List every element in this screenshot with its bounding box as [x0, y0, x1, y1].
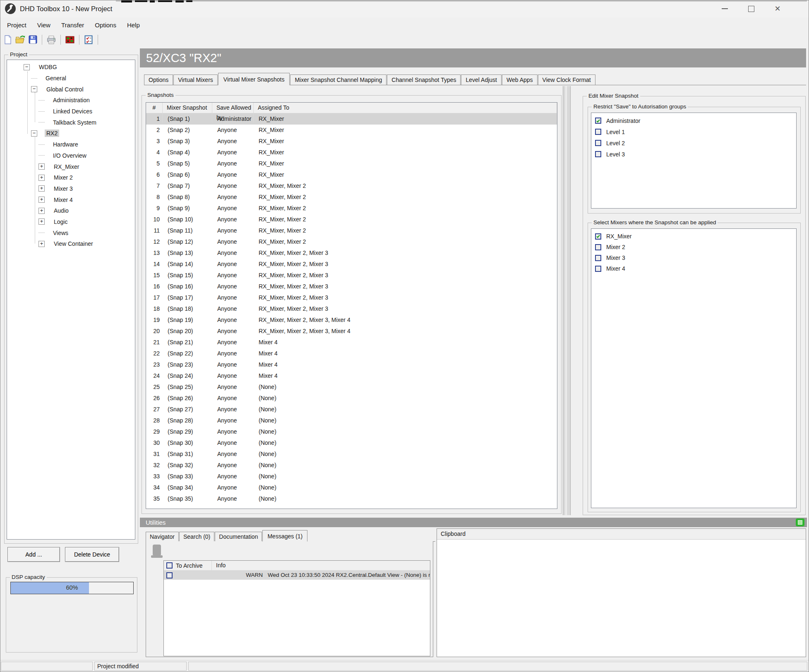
- cell-assigned-to[interactable]: RX_Mixer: [254, 136, 557, 147]
- tree-item-label[interactable]: Administration: [51, 96, 91, 104]
- cell-save-allowed-by[interactable]: Anyone: [212, 180, 254, 192]
- cell-mixer-snapshot[interactable]: (Snap 34): [163, 482, 212, 493]
- cell-assigned-to[interactable]: RX_Mixer, Mixer 2, Mixer 3: [254, 303, 557, 314]
- cell-number[interactable]: 13: [146, 247, 163, 259]
- option-level-3[interactable]: Level 3: [591, 149, 796, 160]
- snapshot-row-15[interactable]: 15(Snap 15)AnyoneRX_Mixer, Mixer 2, Mixe…: [146, 270, 557, 281]
- snapshot-row-33[interactable]: 33(Snap 33)Anyone(None): [146, 471, 557, 482]
- cell-number[interactable]: 31: [146, 449, 163, 460]
- cell-save-allowed-by[interactable]: Anyone: [212, 326, 254, 337]
- expand-icon[interactable]: +: [38, 175, 45, 181]
- unchecked-checkbox-icon[interactable]: [166, 572, 173, 578]
- cell-number[interactable]: 29: [146, 426, 163, 437]
- cell-mixer-snapshot[interactable]: (Snap 11): [163, 225, 212, 236]
- cell-save-allowed-by[interactable]: Anyone: [212, 203, 254, 214]
- collapse-icon[interactable]: −: [31, 86, 37, 92]
- cell-save-allowed-by[interactable]: Anyone: [212, 259, 254, 270]
- menu-help[interactable]: Help: [122, 17, 145, 33]
- unchecked-checkbox-icon[interactable]: [595, 244, 601, 250]
- tree-item-administration[interactable]: Administration: [7, 95, 135, 106]
- cell-save-allowed-by[interactable]: Anyone: [212, 225, 254, 236]
- snapshot-row-17[interactable]: 17(Snap 17)AnyoneRX_Mixer, Mixer 2, Mixe…: [146, 292, 557, 303]
- snapshot-row-23[interactable]: 23(Snap 23)AnyoneMixer 4: [146, 359, 557, 370]
- snapshot-row-28[interactable]: 28(Snap 28)Anyone(None): [146, 415, 557, 426]
- cell-assigned-to[interactable]: RX_Mixer, Mixer 2, Mixer 3, Mixer 4: [254, 326, 557, 337]
- cell-number[interactable]: 12: [146, 236, 163, 247]
- cell-save-allowed-by[interactable]: Anyone: [212, 426, 254, 437]
- snapshot-row-24[interactable]: 24(Snap 24)AnyoneMixer 4: [146, 370, 557, 382]
- cell-mixer-snapshot[interactable]: (Snap 15): [163, 270, 212, 281]
- tree-item-linked-devices[interactable]: Linked Devices: [7, 106, 135, 117]
- panel-splitter[interactable]: [563, 86, 571, 515]
- cell-assigned-to[interactable]: RX_Mixer, Mixer 2: [254, 225, 557, 236]
- menu-view[interactable]: View: [32, 17, 56, 33]
- snapshot-row-29[interactable]: 29(Snap 29)Anyone(None): [146, 426, 557, 437]
- cell-save-allowed-by[interactable]: Anyone: [212, 303, 254, 314]
- cell-number[interactable]: 17: [146, 292, 163, 303]
- add-device-button[interactable]: Add ...: [7, 547, 60, 562]
- cell-save-allowed-by[interactable]: Anyone: [212, 382, 254, 393]
- cell-number[interactable]: 22: [146, 348, 163, 359]
- cell-assigned-to[interactable]: RX_Mixer, Mixer 2, Mixer 3: [254, 281, 557, 292]
- snapshot-row-12[interactable]: 12(Snap 12)AnyoneRX_Mixer, Mixer 2: [146, 236, 557, 247]
- tree-item-wdbg[interactable]: −WDBG: [7, 62, 135, 73]
- utilities-tab-messages-1[interactable]: Messages (1): [262, 530, 307, 542]
- cell-save-allowed-by[interactable]: Anyone: [212, 314, 254, 326]
- collapse-icon[interactable]: −: [31, 130, 37, 137]
- cell-mixer-snapshot[interactable]: (Snap 5): [163, 158, 212, 169]
- cell-mixer-snapshot[interactable]: (Snap 32): [163, 460, 212, 471]
- tab-virtual-mixer-snapshots[interactable]: Virtual Mixer Snapshots: [218, 73, 290, 85]
- tree-item-mixer-4[interactable]: +Mixer 4: [7, 194, 135, 205]
- cell-number[interactable]: 18: [146, 303, 163, 314]
- cell-assigned-to[interactable]: (None): [254, 437, 557, 449]
- option-rx-mixer[interactable]: RX_Mixer: [591, 231, 796, 242]
- checked-checkbox-icon[interactable]: [595, 233, 601, 240]
- cell-mixer-snapshot[interactable]: (Snap 13): [163, 247, 212, 259]
- cell-number[interactable]: 23: [146, 359, 163, 370]
- snapshot-row-5[interactable]: 5(Snap 5)AnyoneRX_Mixer: [146, 158, 557, 169]
- snapshot-row-34[interactable]: 34(Snap 34)Anyone(None): [146, 482, 557, 493]
- snapshot-row-3[interactable]: 3(Snap 3)AnyoneRX_Mixer: [146, 136, 557, 147]
- cell-assigned-to[interactable]: RX_Mixer, Mixer 2: [254, 180, 557, 192]
- snapshots-table-header[interactable]: # Mixer Snapshot Save Allowed by Assigne…: [146, 103, 557, 113]
- cell-save-allowed-by[interactable]: Anyone: [212, 348, 254, 359]
- archive-all-checkbox[interactable]: [166, 562, 173, 569]
- tab-channel-snapshot-types[interactable]: Channel Snapshot Types: [387, 74, 461, 85]
- net-transfer-icon[interactable]: [64, 34, 76, 46]
- cell-assigned-to[interactable]: (None): [254, 426, 557, 437]
- tree-item-audio[interactable]: +Audio: [7, 205, 135, 216]
- cell-mixer-snapshot[interactable]: (Snap 24): [163, 370, 212, 382]
- cell-number[interactable]: 25: [146, 382, 163, 393]
- cell-mixer-snapshot[interactable]: (Snap 3): [163, 136, 212, 147]
- cell-number[interactable]: 24: [146, 370, 163, 382]
- snapshot-row-26[interactable]: 26(Snap 26)Anyone(None): [146, 393, 557, 404]
- expand-icon[interactable]: +: [38, 197, 45, 203]
- expand-icon[interactable]: +: [38, 241, 45, 247]
- utilities-expand-button[interactable]: [796, 518, 804, 526]
- utilities-tab-navigator[interactable]: Navigator: [146, 532, 179, 541]
- cell-number[interactable]: 19: [146, 314, 163, 326]
- cell-save-allowed-by[interactable]: Anyone: [212, 415, 254, 426]
- tree-item-rx2[interactable]: −RX2: [7, 128, 135, 139]
- unchecked-checkbox-icon[interactable]: [595, 151, 601, 157]
- tree-item-label[interactable]: Audio: [52, 207, 70, 214]
- cell-number[interactable]: 21: [146, 337, 163, 348]
- tree-item-general[interactable]: General: [7, 73, 135, 84]
- cell-mixer-snapshot[interactable]: (Snap 33): [163, 471, 212, 482]
- cell-mixer-snapshot[interactable]: (Snap 27): [163, 404, 212, 415]
- cell-mixer-snapshot[interactable]: (Snap 17): [163, 292, 212, 303]
- cell-mixer-snapshot[interactable]: (Snap 2): [163, 125, 212, 136]
- cell-number[interactable]: 20: [146, 326, 163, 337]
- cell-assigned-to[interactable]: (None): [254, 404, 557, 415]
- cell-save-allowed-by[interactable]: Anyone: [212, 136, 254, 147]
- cell-mixer-snapshot[interactable]: (Snap 14): [163, 259, 212, 270]
- cell-save-allowed-by[interactable]: Anyone: [212, 236, 254, 247]
- cell-assigned-to[interactable]: RX_Mixer, Mixer 2: [254, 214, 557, 225]
- cell-save-allowed-by[interactable]: Anyone: [212, 404, 254, 415]
- tree-item-i-o-overview[interactable]: I/O Overview: [7, 150, 135, 161]
- cell-mixer-snapshot[interactable]: (Snap 30): [163, 437, 212, 449]
- snapshot-row-13[interactable]: 13(Snap 13)AnyoneRX_Mixer, Mixer 2, Mixe…: [146, 247, 557, 259]
- option-administrator[interactable]: Administrator: [591, 115, 796, 126]
- option-mixer-2[interactable]: Mixer 2: [591, 242, 796, 252]
- menu-project[interactable]: Project: [2, 17, 32, 33]
